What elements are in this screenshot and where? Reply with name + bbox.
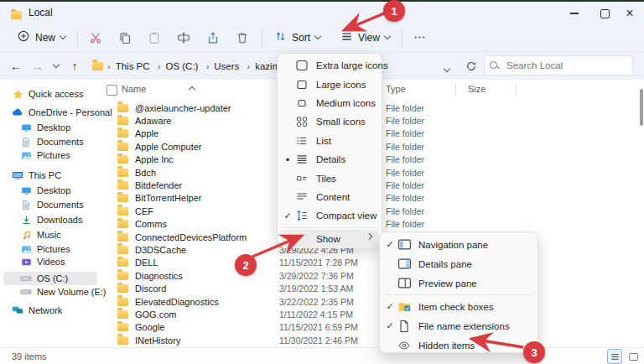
file-name: Adaware (135, 116, 171, 126)
file-row[interactable]: Discord 3/19/2022 1:53 AM (101, 282, 639, 294)
submenu-item-item-check-boxes[interactable]: Item check boxes (383, 297, 534, 316)
file-row[interactable]: ElevatedDiagnostics 3/22/2022 2:35 PM (101, 295, 639, 308)
sidebar-item-documents[interactable]: Documents (3, 135, 97, 148)
file-row[interactable]: GOG.com 1/11/2022 4:15 PM (101, 308, 639, 320)
file-name: Google (135, 322, 164, 332)
refresh-button[interactable] (460, 56, 482, 76)
breadcrumb-item[interactable]: OS (C:) (163, 61, 200, 71)
sidebar-item-videos[interactable]: Videos (3, 255, 97, 268)
submenu-item-preview-pane[interactable]: Preview pane (383, 273, 534, 293)
hidden-items-eye-icon (397, 339, 412, 352)
sidebar-item-desktop[interactable]: Desktop (3, 121, 97, 134)
status-bar: 39 items (0, 347, 644, 364)
file-type: File folder (386, 193, 424, 203)
maximize-button[interactable] (590, 3, 619, 23)
close-button[interactable] (615, 3, 644, 23)
submenu-item-file-name-extensions[interactable]: File name extensions (383, 316, 534, 335)
share-button[interactable] (202, 28, 224, 48)
sort-button[interactable]: Sort (267, 27, 327, 49)
cut-button[interactable] (85, 28, 106, 48)
menu-item-compact-view[interactable]: Compact view (281, 206, 378, 225)
menu-item-label: Navigation pane (418, 240, 488, 250)
file-row[interactable]: Google 11/15/2021 6:59 PM (101, 321, 639, 334)
search-input[interactable] (505, 60, 617, 71)
copy-button[interactable] (114, 28, 136, 48)
check-icon (383, 301, 397, 312)
annotation-number: 3 (531, 346, 537, 359)
submenu-arrow-icon (366, 232, 372, 239)
menu-item-medium-icons[interactable]: Medium icons (281, 94, 378, 112)
sidebar-item-documents-pc[interactable]: Documents (3, 198, 97, 211)
file-row[interactable]: INetHistory 11/30/2021 2:46 PM (101, 334, 639, 346)
paste-button[interactable] (143, 28, 165, 48)
sidebar-item-downloads[interactable]: Downloads (3, 213, 97, 226)
search-icon (490, 61, 499, 70)
sidebar-item-desktop-pc[interactable]: Desktop (3, 184, 97, 197)
menu-item-list[interactable]: List (281, 132, 378, 150)
sidebar-item-quick-access[interactable]: Quick access (3, 87, 97, 101)
column-divider[interactable] (516, 83, 517, 97)
submenu-item-details-pane[interactable]: Details pane (383, 254, 534, 273)
back-button[interactable]: ← (5, 56, 27, 76)
folder-icon (117, 310, 128, 319)
new-button[interactable]: New (10, 26, 72, 49)
rename-button[interactable] (173, 28, 195, 48)
file-name: BitTorrentHelper (135, 193, 201, 203)
vertical-scrollbar[interactable] (640, 89, 643, 126)
menu-item-small-icons[interactable]: Small icons (281, 112, 378, 131)
file-row[interactable]: DELL 11/15/2021 7:28 PM (101, 257, 639, 269)
minimize-button[interactable] (560, 3, 589, 23)
menu-item-content[interactable]: Content (281, 188, 378, 206)
view-button[interactable]: View (334, 27, 397, 49)
check-icon (383, 320, 397, 331)
up-button[interactable]: ↑ (64, 56, 86, 76)
folder-icon (117, 129, 128, 138)
folder-icon (117, 207, 128, 216)
folder-icon (117, 246, 128, 254)
sidebar-item-this-pc[interactable]: This PC (3, 169, 97, 182)
sidebar-item-onedrive[interactable]: OneDrive - Personal (3, 106, 97, 119)
menu-item-show[interactable]: Show (281, 230, 378, 248)
column-header-size[interactable]: Size (468, 84, 486, 94)
tiles-view-icon (294, 172, 309, 185)
menu-item-extra-large-icons[interactable]: Extra large icons (281, 56, 378, 75)
forward-button[interactable]: → (27, 56, 49, 76)
column-header-name[interactable]: Name (122, 84, 146, 94)
file-date-modified: 3/22/2022 2:35 PM (279, 297, 354, 307)
menu-item-large-icons[interactable]: Large icons (281, 75, 378, 93)
menu-item-label: Small icons (316, 117, 366, 127)
recent-locations-button[interactable] (49, 56, 64, 76)
sidebar-item-new-volume-e[interactable]: New Volume (E:) (3, 285, 97, 299)
menu-item-details[interactable]: Details (281, 150, 378, 169)
computer-icon (12, 169, 23, 181)
breadcrumb-item[interactable]: This PC (113, 61, 153, 71)
address-dropdown-button[interactable] (439, 60, 454, 80)
thumbnail-view-toggle[interactable] (626, 349, 641, 364)
sidebar-item-pictures-pc[interactable]: Pictures (3, 242, 97, 256)
see-more-button[interactable] (409, 28, 431, 48)
delete-button[interactable] (231, 28, 253, 48)
search-box[interactable] (484, 55, 633, 75)
menu-item-label: File name extensions (418, 321, 510, 331)
menu-item-tiles[interactable]: Tiles (281, 169, 378, 187)
menu-item-label: Content (316, 192, 350, 202)
sidebar-item-pictures[interactable]: Pictures (3, 148, 97, 162)
file-row[interactable]: Diagnostics 3/29/2022 7:36 PM (101, 269, 639, 282)
annotation-step-2: 2 (235, 254, 257, 276)
column-divider[interactable] (455, 83, 456, 97)
chevron-down-icon (60, 33, 66, 39)
document-icon (20, 199, 32, 211)
sidebar-item-music[interactable]: Music (3, 228, 97, 242)
sidebar-item-os-c[interactable]: OS (C:) (3, 272, 97, 285)
column-header-type[interactable]: Type (386, 84, 406, 94)
submenu-item-navigation-pane[interactable]: Navigation pane (383, 235, 534, 254)
select-all-checkbox[interactable] (106, 85, 117, 96)
menu-separator (385, 294, 532, 295)
breadcrumb-item[interactable]: Users (211, 61, 242, 71)
details-view-toggle[interactable] (607, 349, 622, 364)
submenu-item-hidden-items[interactable]: Hidden items (383, 335, 534, 355)
file-type: File folder (386, 219, 424, 229)
file-name: ElevatedDiagnostics (135, 297, 219, 307)
file-name: Discord (135, 283, 166, 294)
sidebar-item-network[interactable]: Network (3, 304, 97, 317)
